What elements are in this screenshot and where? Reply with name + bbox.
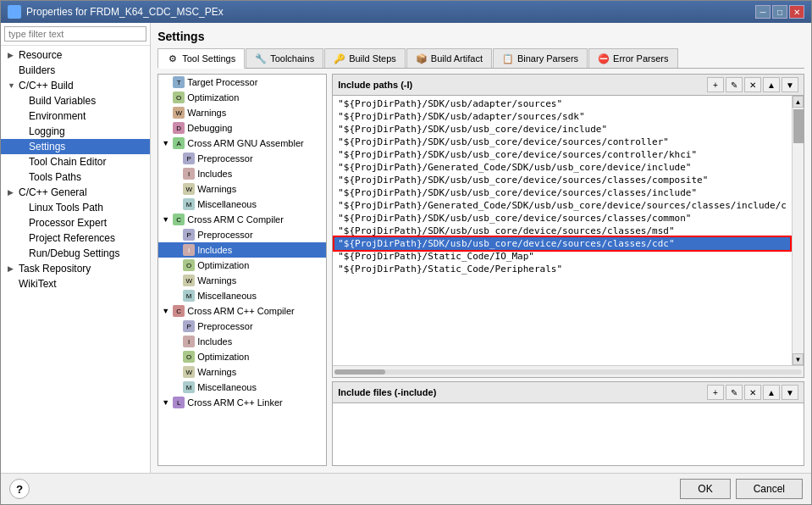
c-compiler-icon: C (173, 214, 185, 225)
tree-item-logging[interactable]: Logging (1, 124, 150, 139)
include-paths-scrollbar[interactable]: ▲ ▼ (792, 96, 804, 365)
toolchains-icon: 🔧 (255, 53, 267, 64)
move-file-up-button[interactable]: ▲ (763, 385, 780, 400)
list-item[interactable]: "${ProjDirPath}/Static_Code/IO_Map" (334, 250, 790, 263)
horizontal-scrollbar[interactable] (333, 365, 804, 377)
list-item[interactable]: "${ProjDirPath}/SDK/usb/adapter/sources/… (334, 110, 790, 123)
tool-tree-compiler-warnings[interactable]: W Warnings (158, 273, 326, 288)
tree-item-task-repository[interactable]: ▶ Task Repository (1, 261, 150, 276)
cancel-button[interactable]: Cancel (736, 479, 803, 499)
tree-item-run-debug-settings[interactable]: Run/Debug Settings (1, 246, 150, 261)
list-item[interactable]: "${ProjDirPath}/SDK/usb/usb_core/device/… (334, 136, 790, 148)
tree-item-build-variables[interactable]: Build Variables (1, 93, 150, 108)
tool-tree-assembler-warnings[interactable]: W Warnings (158, 181, 326, 197)
list-item[interactable]: "${ProjDirPath}/SDK/usb/usb_core/device/… (334, 212, 790, 225)
ok-button[interactable]: OK (680, 479, 730, 499)
tool-tree-cpp-preprocessor[interactable]: P Preprocessor (158, 319, 326, 334)
list-item-selected[interactable]: "${ProjDirPath}/SDK/usb/usb_core/device/… (334, 237, 790, 250)
list-item[interactable]: "${ProjDirPath}/Generated_Code/SDK/usb/u… (334, 199, 790, 212)
move-down-button[interactable]: ▼ (782, 77, 798, 92)
debugging-icon: D (173, 122, 185, 134)
tool-tree-warnings[interactable]: W Warnings (158, 105, 326, 120)
tab-tool-settings[interactable]: ⚙ Tool Settings (157, 48, 245, 69)
tab-binary-parsers[interactable]: 📋 Binary Parsers (493, 48, 588, 68)
properties-window: Properties for FRDM_K64_CDC_MSC_PEx ─ □ … (0, 0, 812, 505)
close-button[interactable]: ✕ (789, 5, 804, 19)
list-item[interactable]: "${ProjDirPath}/SDK/usb/adapter/sources" (334, 97, 790, 110)
tree-item-cpp-general[interactable]: ▶ C/C++ General (1, 185, 150, 200)
list-item[interactable]: "${ProjDirPath}/SDK/usb/usb_core/device/… (334, 148, 790, 161)
left-panel: ▶ Resource Builders ▼ C/C++ Build Build … (1, 23, 151, 473)
tree-item-project-references[interactable]: Project References (1, 230, 150, 246)
list-item[interactable]: "${ProjDirPath}/SDK/usb/usb_core/device/… (334, 123, 790, 136)
tree-item-processor-expert[interactable]: Processor Expert (1, 215, 150, 230)
title-bar-buttons: ─ □ ✕ (755, 5, 804, 19)
h-scroll-track (334, 369, 802, 375)
edit-include-file-button[interactable]: ✎ (726, 385, 743, 400)
help-button[interactable]: ? (9, 479, 30, 499)
tree-arrow: ▶ (8, 51, 16, 59)
tree-item-linux-tools-path[interactable]: Linux Tools Path (1, 200, 150, 215)
include-paths-list: "${ProjDirPath}/SDK/usb/adapter/sources"… (333, 96, 792, 365)
tool-tree-label: Optimization (197, 352, 249, 362)
scroll-up-btn[interactable]: ▲ (793, 96, 804, 108)
tree-item-tool-chain-editor[interactable]: Tool Chain Editor (1, 154, 150, 169)
tool-tree-compiler-preprocessor[interactable]: P Preprocessor (158, 227, 326, 242)
move-file-down-button[interactable]: ▼ (782, 385, 798, 400)
minimize-button[interactable]: ─ (755, 5, 771, 19)
tool-tree-cross-arm-c-compiler[interactable]: ▼ C Cross ARM C Compiler (158, 212, 326, 227)
tab-build-steps[interactable]: 🔑 Build Steps (324, 48, 406, 68)
tool-tree-cross-arm-gnu-assembler[interactable]: ▼ A Cross ARM GNU Assembler (158, 136, 326, 151)
tree-item-settings[interactable]: Settings (1, 139, 150, 154)
filter-input[interactable] (4, 26, 146, 42)
tool-tree-label: Warnings (197, 275, 236, 286)
tree-item-wikitext[interactable]: WikiText (1, 276, 150, 291)
tool-tree-optimization[interactable]: O Optimization (158, 90, 326, 105)
tool-tree-assembler-miscellaneous[interactable]: M Miscellaneous (158, 197, 326, 212)
tool-tree-compiler-includes[interactable]: I Includes (158, 242, 326, 258)
tool-tree-cross-arm-cpp-compiler[interactable]: ▼ C Cross ARM C++ Compiler (158, 303, 326, 319)
maximize-button[interactable]: □ (772, 5, 787, 19)
tool-tree-cpp-warnings[interactable]: W Warnings (158, 364, 326, 380)
tree-item-resource[interactable]: ▶ Resource (1, 47, 150, 63)
tool-tree-compiler-miscellaneous[interactable]: M Miscellaneous (158, 288, 326, 303)
tab-build-artifact[interactable]: 📦 Build Artifact (406, 48, 492, 68)
tool-tree-cross-arm-cpp-linker[interactable]: ▼ L Cross ARM C++ Linker (158, 395, 326, 410)
tool-tree-target-processor[interactable]: T Target Processor (158, 75, 326, 90)
delete-include-button[interactable]: ✕ (744, 77, 761, 92)
tool-tree-debugging[interactable]: D Debugging (158, 120, 326, 136)
target-processor-icon: T (173, 76, 185, 88)
tree-item-environment[interactable]: Environment (1, 108, 150, 124)
delete-include-file-button[interactable]: ✕ (744, 385, 761, 400)
tool-tree-assembler-includes[interactable]: I Includes (158, 166, 326, 181)
h-scroll-thumb[interactable] (334, 369, 385, 375)
tree-label: Project References (29, 232, 115, 244)
list-item[interactable]: "${ProjDirPath}/SDK/usb/usb_core/device/… (334, 225, 790, 237)
tree-label: Logging (29, 125, 65, 137)
tab-toolchains[interactable]: 🔧 Toolchains (246, 48, 323, 68)
list-item[interactable]: "${ProjDirPath}/Static_Code/Peripherals" (334, 263, 790, 275)
include-toolbar: + ✎ ✕ ▲ ▼ (707, 77, 798, 92)
compiler-misc-icon: M (183, 290, 195, 302)
add-include-file-button[interactable]: + (707, 385, 724, 400)
tool-tree-cpp-optimization[interactable]: O Optimization (158, 349, 326, 364)
list-item[interactable]: "${ProjDirPath}/SDK/usb/usb_core/device/… (334, 174, 790, 186)
compiler-includes-icon: I (183, 244, 195, 256)
add-include-button[interactable]: + (707, 77, 724, 92)
tool-tree-assembler-preprocessor[interactable]: P Preprocessor (158, 151, 326, 166)
tree-item-tools-paths[interactable]: Tools Paths (1, 169, 150, 185)
tree-arrow: ▼ (8, 81, 16, 90)
tool-tree-cpp-miscellaneous[interactable]: M Miscellaneous (158, 380, 326, 395)
tree-item-cpp-build[interactable]: ▼ C/C++ Build (1, 78, 150, 93)
tool-tree-cpp-includes[interactable]: I Includes (158, 334, 326, 349)
move-up-button[interactable]: ▲ (763, 77, 780, 92)
edit-include-button[interactable]: ✎ (726, 77, 743, 92)
scroll-thumb[interactable] (793, 109, 804, 143)
tool-tree-compiler-optimization[interactable]: O Optimization (158, 258, 326, 273)
tab-error-parsers[interactable]: ⛔ Error Parsers (588, 48, 677, 68)
right-content: Include paths (-I) + ✎ ✕ ▲ ▼ "${P (332, 74, 804, 466)
list-item[interactable]: "${ProjDirPath}/SDK/usb/usb_core/device/… (334, 186, 790, 199)
tree-item-builders[interactable]: Builders (1, 63, 150, 78)
list-item[interactable]: "${ProjDirPath}/Generated_Code/SDK/usb/u… (334, 161, 790, 174)
scroll-down-btn[interactable]: ▼ (793, 353, 804, 365)
